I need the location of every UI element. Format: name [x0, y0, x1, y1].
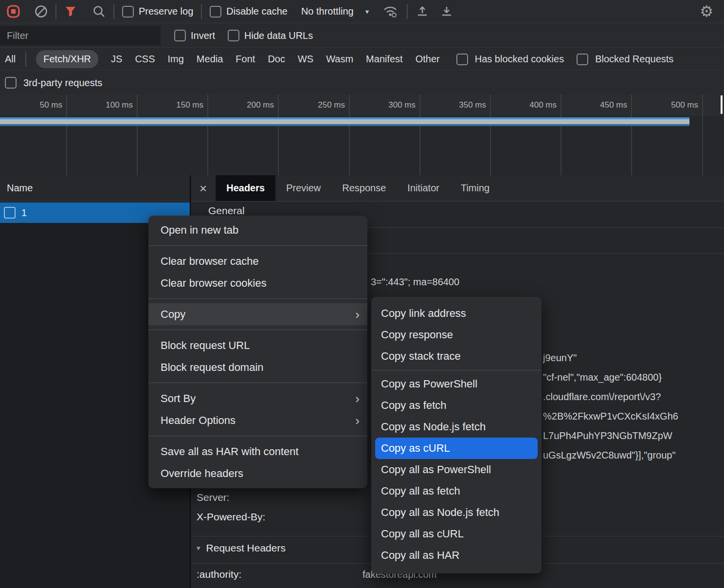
export-har-icon[interactable]: [440, 5, 453, 18]
tab-initiator[interactable]: Initiator: [397, 175, 450, 201]
third-party-checkbox[interactable]: [5, 77, 17, 89]
toolbar-divider: [407, 4, 408, 19]
submenu-item-copy-as-fetch[interactable]: Copy as fetch: [371, 395, 542, 416]
menu-item-sort-by[interactable]: Sort By ›: [148, 387, 367, 409]
preserve-log-checkbox[interactable]: [122, 6, 134, 18]
row-checkbox[interactable]: [4, 207, 16, 219]
tab-preview[interactable]: Preview: [275, 175, 331, 201]
submenu-item-copy-all-as-powershell[interactable]: Copy all as PowerShell: [371, 459, 542, 480]
submenu-item-copy-response[interactable]: Copy response: [371, 324, 542, 346]
type-filter-img[interactable]: Img: [168, 54, 184, 65]
grid-line: [66, 94, 67, 175]
submenu-item-copy-all-as-fetch[interactable]: Copy all as fetch: [371, 480, 542, 502]
menu-item-open-in-new-tab[interactable]: Open in new tab: [148, 219, 367, 241]
devtools-network-panel: Preserve log Disable cache No throttling…: [0, 0, 724, 588]
response-header-values: j9eunY" "cf-nel","max_age":604800} .clou…: [543, 352, 678, 469]
toolbar-divider: [55, 4, 56, 19]
third-party-label[interactable]: 3rd-party requests: [23, 77, 102, 89]
request-headers-section[interactable]: ▾ Request Headers: [197, 542, 286, 554]
menu-item-clear-browser-cache[interactable]: Clear browser cache: [148, 250, 367, 272]
preserve-log-label[interactable]: Preserve log: [139, 6, 193, 17]
has-blocked-cookies-checkbox[interactable]: [456, 54, 468, 65]
network-conditions-icon[interactable]: [382, 5, 399, 18]
hide-data-urls-checkbox[interactable]: [228, 30, 239, 41]
type-filter-doc[interactable]: Doc: [268, 54, 285, 65]
type-filter-other[interactable]: Other: [416, 54, 440, 65]
submenu-item-copy-all-as-curl[interactable]: Copy all as cURL: [371, 523, 542, 545]
menu-item-label: Copy: [161, 308, 185, 321]
filter-input[interactable]: [0, 26, 161, 45]
filter-icon[interactable]: [64, 5, 77, 18]
submenu-item-copy-stack-trace[interactable]: Copy stack trace: [371, 346, 542, 367]
menu-item-block-request-url[interactable]: Block request URL: [148, 334, 367, 356]
menu-item-label: Header Options: [161, 414, 235, 427]
invert-checkbox[interactable]: [174, 30, 186, 41]
settings-gear-icon[interactable]: ⚙: [700, 4, 713, 19]
blocked-requests-label[interactable]: Blocked Requests: [595, 54, 673, 65]
type-filter-fetch-xhr[interactable]: Fetch/XHR: [36, 50, 98, 68]
toolbar-divider: [201, 4, 202, 19]
submenu-item-copy-as-curl[interactable]: Copy as cURL: [375, 438, 538, 459]
submenu-item-copy-as-nodejs-fetch[interactable]: Copy as Node.js fetch: [371, 416, 542, 438]
type-filter-all[interactable]: All: [5, 54, 16, 65]
name-column-header[interactable]: Name: [0, 175, 190, 202]
menu-separator: [148, 245, 367, 246]
tab-headers[interactable]: Headers: [216, 175, 275, 201]
menu-separator: [148, 298, 367, 299]
tick-label: 100 ms: [74, 100, 133, 110]
type-filter-manifest[interactable]: Manifest: [366, 54, 403, 65]
menu-separator: [371, 370, 542, 370]
submenu-item-copy-all-as-har[interactable]: Copy all as HAR: [371, 545, 542, 566]
grid-line: [349, 94, 350, 175]
menu-item-override-headers[interactable]: Override headers: [148, 462, 367, 484]
record-icon[interactable]: [7, 5, 20, 18]
type-filter-js[interactable]: JS: [111, 54, 122, 65]
timeline-cursor: [721, 95, 723, 114]
type-filter-css[interactable]: CSS: [135, 54, 155, 65]
grid-line: [278, 94, 279, 175]
throttling-select[interactable]: No throttling: [301, 6, 354, 17]
server-header-key: Server:: [197, 492, 230, 503]
request-name: 1: [21, 207, 27, 219]
submenu-item-copy-link-address[interactable]: Copy link address: [371, 303, 542, 324]
menu-item-header-options[interactable]: Header Options ›: [148, 409, 367, 431]
menu-item-block-request-domain[interactable]: Block request domain: [148, 356, 367, 378]
hide-data-urls-label[interactable]: Hide data URLs: [244, 30, 313, 41]
menu-item-save-all-as-har[interactable]: Save all as HAR with content: [148, 441, 367, 462]
general-section-label[interactable]: General: [208, 205, 245, 217]
details-tab-bar: × Headers Preview Response Initiator Tim…: [192, 175, 724, 202]
disable-cache-checkbox[interactable]: [210, 6, 221, 18]
has-blocked-cookies-label[interactable]: Has blocked cookies: [475, 54, 564, 65]
header-value-line: %2B%2FkxwP1vCXcKsI4xGh6: [543, 411, 678, 430]
grid-line: [207, 94, 208, 175]
header-value-line: "cf-nel","max_age":604800}: [543, 372, 678, 391]
disable-cache-label[interactable]: Disable cache: [226, 6, 288, 17]
overview-request-bar[interactable]: [0, 117, 689, 126]
menu-separator: [148, 330, 367, 330]
header-value-line: L7uPh4PuhYP3NGbTM9ZpW: [543, 430, 678, 450]
submenu-item-copy-all-as-nodejs-fetch[interactable]: Copy all as Node.js fetch: [371, 502, 542, 523]
blocked-requests-checkbox[interactable]: [577, 54, 588, 65]
tick-label: 400 ms: [498, 100, 557, 110]
menu-item-clear-browser-cookies[interactable]: Clear browser cookies: [148, 272, 367, 294]
search-icon[interactable]: [92, 5, 106, 18]
authority-header-key: :authority:: [197, 569, 241, 580]
clear-icon[interactable]: [35, 5, 48, 18]
import-har-icon[interactable]: [416, 5, 429, 18]
type-filter-ws[interactable]: WS: [298, 54, 313, 65]
close-icon[interactable]: ×: [199, 182, 207, 195]
type-filter-media[interactable]: Media: [197, 54, 223, 65]
menu-separator: [148, 383, 367, 383]
type-filter-font[interactable]: Font: [235, 54, 255, 65]
menu-item-copy[interactable]: Copy ›: [148, 303, 367, 325]
invert-label[interactable]: Invert: [191, 30, 215, 41]
chevron-down-icon[interactable]: ▾: [365, 7, 369, 16]
type-filter-wasm[interactable]: Wasm: [326, 54, 353, 65]
tab-response[interactable]: Response: [331, 175, 397, 201]
tab-timing[interactable]: Timing: [450, 175, 500, 201]
chevron-right-icon: ›: [355, 308, 360, 321]
triangle-down-icon[interactable]: ▾: [197, 544, 200, 552]
submenu-item-copy-as-powershell[interactable]: Copy as PowerShell: [371, 373, 542, 395]
menu-item-label: Block request URL: [161, 339, 250, 352]
tick-label: 50 ms: [4, 100, 62, 110]
